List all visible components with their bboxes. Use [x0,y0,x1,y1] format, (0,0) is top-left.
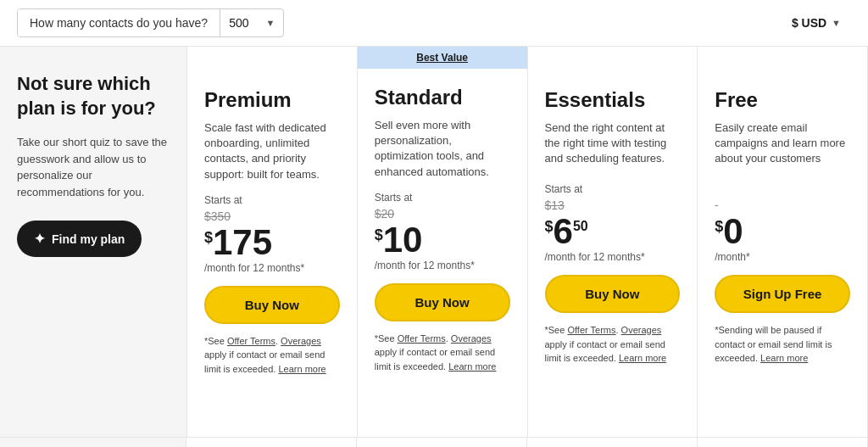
buy-now-standard-button[interactable]: Buy Now [375,283,510,321]
plan-name-standard: Standard [375,86,510,109]
plan-body-standard: Standard Sell even more with personaliza… [358,69,527,437]
buy-now-premium-button[interactable]: Buy Now [204,286,340,324]
price-period-free: /month* [715,251,850,263]
left-panel-heading: Not sure which plan is for you? [17,72,170,120]
features-section: Beta Generative AI Features No additiona… [0,437,868,447]
learn-more-link-standard[interactable]: Learn more [448,361,496,372]
old-price-standard: $20 [375,207,510,221]
price-period-essentials: /month for 12 months* [545,251,681,263]
currency-label: $ USD [792,16,826,30]
terms-free: *Sending will be paused if contact or em… [715,323,850,366]
plan-name-essentials: Essentials [545,88,681,112]
plan-standard: Best Value Standard Sell even more with … [357,47,527,437]
find-plan-label: Find my plan [52,232,125,246]
new-price-row-free: $ 0 [715,214,850,249]
starts-at-essentials: Starts at [545,183,681,195]
plan-name-free: Free [715,88,850,112]
offer-terms-link-premium[interactable]: Offer Terms [227,336,275,346]
terms-essentials: *See Offer Terms. Overages apply if cont… [545,323,681,366]
chevron-down-icon: ▼ [257,11,283,35]
contact-value-display[interactable]: 500 [220,9,257,36]
currency-sym-free: $ [715,219,723,236]
currency-sym-premium: $ [204,230,213,247]
learn-more-link-essentials[interactable]: Learn more [619,353,666,363]
best-value-banner: Best Value [358,47,527,69]
price-main-premium: 175 [213,225,272,260]
overages-link-essentials[interactable]: Overages [621,325,662,335]
feature-cell-ai-essentials: ✕ [527,437,698,447]
plan-free: Free Easily create email campaigns and l… [697,47,868,437]
new-price-row-standard: $ 10 [375,222,510,258]
feature-cell-ai-standard: No additional cost add-on [357,437,527,447]
sparkle-icon: ✦ [34,231,45,247]
feature-row-ai: Beta Generative AI Features No additiona… [0,437,868,447]
plan-body-essentials: Essentials Send the right content at the… [528,71,698,437]
new-price-row-premium: $ 175 [204,225,340,260]
plan-desc-free: Easily create email campaigns and learn … [715,120,850,171]
plan-name-premium: Premium [204,88,340,112]
left-panel-description: Take our short quiz to save the guesswor… [17,134,170,200]
terms-premium: *See Offer Terms. Overages apply if cont… [204,334,340,377]
plan-essentials: Essentials Send the right content at the… [527,47,698,437]
old-price-free [715,198,850,212]
starts-at-free [715,183,850,195]
plan-desc-premium: Scale fast with dedicated onboarding, un… [204,120,340,182]
best-value-link[interactable]: Best Value [416,52,468,64]
feature-cell-ai-premium: No additional cost add-on [186,437,357,447]
offer-terms-link-standard[interactable]: Offer Terms [398,333,446,344]
offer-terms-link-essentials[interactable]: Offer Terms [567,325,615,335]
left-panel: Not sure which plan is for you? Take our… [0,47,186,437]
overages-link-standard[interactable]: Overages [451,333,492,344]
plan-desc-standard: Sell even more with personalization, opt… [375,118,510,180]
main-content: Not sure which plan is for you? Take our… [0,47,868,437]
old-price-essentials: $13 [545,198,681,212]
price-main-standard: 10 [383,222,423,258]
price-main-essentials: 6 [554,214,573,249]
learn-more-link-premium[interactable]: Learn more [278,364,326,374]
currency-sym-essentials: $ [545,219,554,236]
new-price-row-essentials: $ 6 50 [545,214,681,249]
plan-spacer-essentials [528,47,698,71]
plan-premium: Premium Scale fast with dedicated onboar… [186,47,357,437]
plan-body-premium: Premium Scale fast with dedicated onboar… [187,71,357,437]
old-price-premium: $350 [204,210,340,223]
learn-more-link-free[interactable]: Learn more [760,353,808,363]
find-my-plan-button[interactable]: ✦ Find my plan [17,221,142,257]
price-period-premium: /month for 12 months* [204,262,340,274]
price-main-free: 0 [723,214,743,249]
currency-chevron-icon: ▼ [832,18,841,28]
price-period-standard: /month for 12 months* [375,260,510,271]
plan-spacer-free [698,47,867,71]
currency-selector[interactable]: $ USD ▼ [782,9,851,36]
plan-body-free: Free Easily create email campaigns and l… [698,71,867,437]
starts-at-premium: Starts at [204,194,340,206]
starts-at-standard: Starts at [375,192,510,204]
feature-cell-ai-free: ✕ [698,437,868,447]
feature-label-ai: Beta Generative AI Features [0,437,186,447]
plan-desc-essentials: Send the right content at the right time… [545,120,681,171]
plans-grid: Premium Scale fast with dedicated onboar… [186,47,868,437]
plan-spacer-premium [187,47,357,71]
buy-now-essentials-button[interactable]: Buy Now [545,275,681,313]
sign-up-free-button[interactable]: Sign Up Free [715,275,850,313]
contact-selector[interactable]: How many contacts do you have? 500 ▼ [17,8,284,37]
contact-label: How many contacts do you have? [18,9,220,36]
overages-link-premium[interactable]: Overages [281,336,321,346]
terms-standard: *See Offer Terms. Overages apply if cont… [375,332,510,374]
top-bar: How many contacts do you have? 500 ▼ $ U… [0,0,868,47]
price-cents-essentials: 50 [573,219,588,234]
currency-sym-standard: $ [375,227,383,244]
